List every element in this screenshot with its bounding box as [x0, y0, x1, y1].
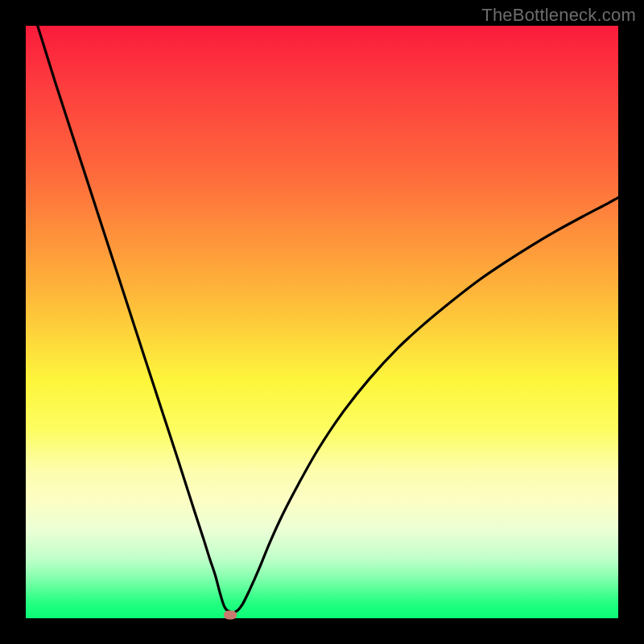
plot-area	[26, 26, 618, 618]
curve-path	[38, 26, 618, 613]
watermark-text: TheBottleneck.com	[481, 5, 636, 26]
chart-frame: TheBottleneck.com	[0, 0, 644, 644]
optimum-marker	[224, 610, 237, 619]
bottleneck-curve	[26, 26, 618, 618]
